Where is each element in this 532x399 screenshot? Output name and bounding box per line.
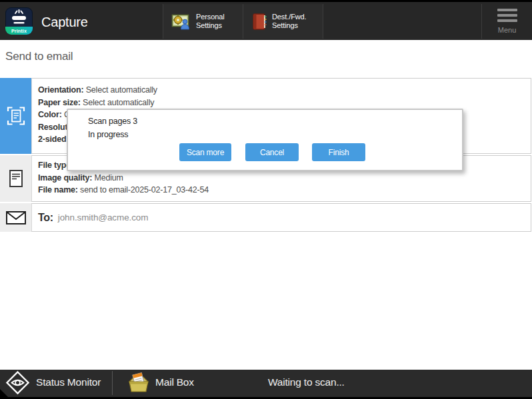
mail-box-label: Mail Box xyxy=(155,376,194,388)
scanner-status-text: Waiting to scan... xyxy=(268,370,345,395)
printix-logo: Printix xyxy=(5,7,33,35)
setting-line: File name: send to email-2025-02-17_03-4… xyxy=(38,184,531,197)
footer-bar: Status Monitor Mail Box Waiting to scan.… xyxy=(0,370,532,399)
cancel-button[interactable]: Cancel xyxy=(245,143,299,161)
printix-capture-screen: Printix Capture xyxy=(0,0,532,399)
topbar-divider xyxy=(323,4,323,39)
to-email-value: john.smith@acme.com xyxy=(58,212,149,222)
menu-label: Menu xyxy=(498,26,517,34)
hamburger-icon xyxy=(497,9,517,22)
finish-button[interactable]: Finish xyxy=(312,143,365,161)
status-monitor-label: Status Monitor xyxy=(36,376,101,388)
recipient-row[interactable]: To: john.smith@acme.com xyxy=(0,203,531,232)
recipient-content: To: john.smith@acme.com xyxy=(31,203,531,232)
file-document-icon xyxy=(9,169,23,188)
scan-progress-dialog: Scan pages 3 In progress Scan more Cance… xyxy=(67,109,463,171)
setting-line: Paper size: Select automatically xyxy=(38,97,531,109)
scan-status-text: In progress xyxy=(88,130,128,139)
to-label: To: xyxy=(38,212,53,224)
file-settings-sidebar xyxy=(0,155,31,202)
address-book-icon xyxy=(251,13,267,31)
dest-fwd-settings-button[interactable]: Dest./Fwd. Settings xyxy=(243,4,323,39)
dest-fwd-settings-label: Dest./Fwd. Settings xyxy=(272,13,307,30)
personal-settings-icon xyxy=(171,13,191,30)
scan-settings-sidebar xyxy=(0,78,31,154)
printix-logo-label: Printix xyxy=(5,27,33,35)
setting-line: Orientation: Select automatically xyxy=(38,84,531,97)
menu-button[interactable]: Menu xyxy=(482,4,532,39)
screen-corner-decoration xyxy=(0,389,10,399)
personal-settings-button[interactable]: Personal Settings xyxy=(163,4,243,39)
mail-box-icon xyxy=(127,372,149,393)
scan-more-button[interactable]: Scan more xyxy=(179,143,231,161)
scan-pages-count: Scan pages 3 xyxy=(88,117,137,126)
recipient-sidebar xyxy=(0,203,31,232)
setting-line: Image quality: Medium xyxy=(38,172,531,185)
mail-box-button[interactable]: Mail Box xyxy=(127,370,194,395)
scan-document-icon xyxy=(6,105,26,127)
scanner-logo-icon xyxy=(5,7,33,27)
top-bar: Printix Capture xyxy=(0,0,532,40)
footer-divider xyxy=(112,371,113,395)
envelope-icon xyxy=(5,210,27,225)
status-monitor-button[interactable]: Status Monitor xyxy=(5,370,101,395)
app-title: Capture xyxy=(41,2,88,42)
page-title: Send to email xyxy=(5,50,73,63)
personal-settings-label: Personal Settings xyxy=(196,13,225,30)
